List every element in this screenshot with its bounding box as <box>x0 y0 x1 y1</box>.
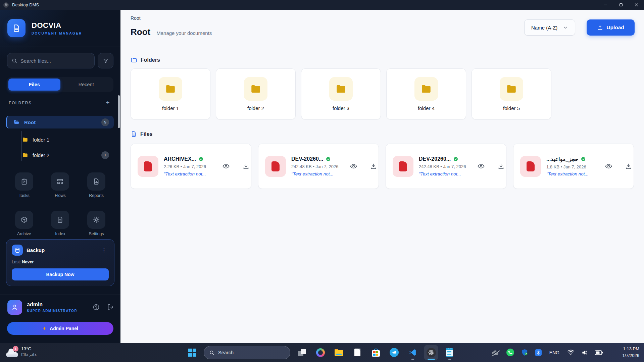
taskbar-search[interactable]: Search <box>204 346 290 359</box>
file-extraction-note: "Text extraction not... <box>546 171 599 176</box>
nav-flows[interactable]: Flows <box>42 172 79 198</box>
sidebar-item-folder-1[interactable]: folder 1 <box>17 133 114 146</box>
notepad-app-icon[interactable] <box>443 345 456 360</box>
admin-panel-button[interactable]: Admin Panel <box>7 322 113 335</box>
preview-icon[interactable] <box>605 162 612 170</box>
desktop-dms-app-icon[interactable] <box>424 345 438 360</box>
page-title: Root <box>131 27 150 37</box>
folder-card[interactable]: folder 4 <box>386 68 466 119</box>
user-name: admin <box>27 302 77 308</box>
folder-card[interactable]: folder 3 <box>301 68 381 119</box>
folder-icon <box>329 77 353 101</box>
weather-widget[interactable]: 1 13°C غائم غالبًا <box>6 345 36 358</box>
brand-name: DOCVIA <box>32 21 82 30</box>
sidebar-item-folder-2[interactable]: folder 2 1 <box>17 149 114 161</box>
file-card[interactable]: حجز_مواعيد... 1.8 KB • Jan 7, 2026 "Text… <box>513 144 634 189</box>
preview-icon[interactable] <box>222 162 230 170</box>
battery-icon[interactable] <box>595 350 603 355</box>
folder-name: folder 5 <box>503 105 520 111</box>
box-icon <box>20 216 28 223</box>
divider <box>0 295 120 295</box>
preview-icon[interactable] <box>477 162 485 170</box>
weather-temp: 13°C <box>21 346 36 351</box>
onedrive-icon[interactable] <box>491 349 500 356</box>
tab-recent[interactable]: Recent <box>60 79 112 91</box>
document-icon <box>265 156 286 177</box>
sidebar-scrollbar[interactable] <box>118 95 120 128</box>
folder-name: folder 2 <box>247 105 264 111</box>
notepad-file-icon[interactable] <box>350 345 364 360</box>
folder-name: folder 3 <box>333 105 349 111</box>
file-card[interactable]: DEV-20260... 242.48 KB • Jan 7, 2026 "Te… <box>258 144 379 189</box>
task-view-icon[interactable] <box>295 345 309 360</box>
user-role: SUPER ADMINISTRATOR <box>27 309 77 313</box>
filter-button[interactable] <box>98 53 113 68</box>
notification-badge: 1 <box>13 346 18 352</box>
folders-section-label: FOLDERS <box>9 101 32 105</box>
bluetooth-icon[interactable] <box>535 349 542 356</box>
folder-card[interactable]: folder 5 <box>472 68 551 119</box>
logout-icon[interactable] <box>107 304 114 311</box>
backup-title: Backup <box>27 247 45 253</box>
telegram-icon[interactable] <box>387 345 401 360</box>
download-icon[interactable] <box>243 163 249 170</box>
time: 1:13 PM <box>622 346 639 352</box>
close-button[interactable] <box>629 0 644 10</box>
folder-name: folder 4 <box>418 105 435 111</box>
sidebar-search[interactable] <box>7 53 95 68</box>
file-card[interactable]: ARCHIVEX... 2.26 KB • Jan 7, 2026 "Text … <box>131 144 251 189</box>
folder-icon <box>22 152 28 158</box>
taskbar: 1 13°C غائم غالبًا Search <box>0 343 644 362</box>
backup-now-button[interactable]: Backup Now <box>12 268 109 280</box>
preview-icon[interactable] <box>350 162 357 170</box>
help-icon[interactable] <box>93 304 100 311</box>
microsoft-store-icon[interactable] <box>369 345 383 360</box>
whatsapp-icon[interactable] <box>506 348 514 357</box>
file-grid: ARCHIVEX... 2.26 KB • Jan 7, 2026 "Text … <box>131 144 634 189</box>
folder-card[interactable]: folder 1 <box>131 68 210 119</box>
file-extraction-note: "Text extraction not... <box>291 171 344 176</box>
nav-index[interactable]: Index <box>42 211 79 236</box>
folder-icon <box>22 137 28 143</box>
taskbar-clock[interactable]: 1:13 PM 1/7/2026 <box>622 346 639 359</box>
check-icon <box>199 157 203 161</box>
check-icon <box>454 157 458 161</box>
vscode-icon[interactable] <box>406 345 419 360</box>
main-content: Root Root Manage your documents Name (A-… <box>120 10 644 343</box>
windows-logo-icon <box>188 349 196 357</box>
database-icon <box>12 245 23 256</box>
nav-reports[interactable]: Reports <box>78 172 114 198</box>
brand-logo-icon <box>7 19 26 37</box>
sort-dropdown[interactable]: Name (A-Z) <box>524 19 575 36</box>
search-input[interactable] <box>20 58 90 64</box>
window-controls <box>598 0 644 10</box>
upload-button[interactable]: Upload <box>587 19 635 36</box>
bolt-icon <box>42 326 47 331</box>
windows-security-icon[interactable] <box>521 349 529 356</box>
volume-icon[interactable] <box>581 349 588 356</box>
minimize-button[interactable] <box>598 0 613 10</box>
file-meta: 2.26 KB • Jan 7, 2026 <box>164 164 217 170</box>
download-icon[interactable] <box>370 163 377 170</box>
copilot-icon[interactable] <box>313 345 327 360</box>
maximize-button[interactable] <box>613 0 629 10</box>
sidebar-item-root[interactable]: Root 5 <box>6 116 114 128</box>
wifi-icon[interactable] <box>567 349 575 356</box>
nav-archive[interactable]: Archive <box>6 211 42 236</box>
language-indicator[interactable]: ENG <box>548 350 561 355</box>
download-icon[interactable] <box>498 163 504 170</box>
tab-files[interactable]: Files <box>8 79 60 91</box>
nav-settings[interactable]: Settings <box>78 211 114 236</box>
clipboard-check-icon <box>20 178 28 185</box>
file-name: ARCHIVEX... <box>164 156 196 162</box>
brand: DOCVIA DOCUMENT MANAGER <box>0 10 120 47</box>
file-card[interactable]: DEV-20260... 242.48 KB • Jan 7, 2026 "Te… <box>386 144 506 189</box>
breadcrumb[interactable]: Root <box>131 15 141 21</box>
backup-menu-button[interactable]: ⋮ <box>99 247 109 254</box>
download-icon[interactable] <box>625 163 632 170</box>
nav-tasks[interactable]: Tasks <box>6 172 42 198</box>
folder-card[interactable]: folder 2 <box>216 68 296 119</box>
add-folder-button[interactable]: + <box>104 99 112 107</box>
file-explorer-icon[interactable] <box>332 345 346 360</box>
start-button[interactable] <box>185 345 199 360</box>
